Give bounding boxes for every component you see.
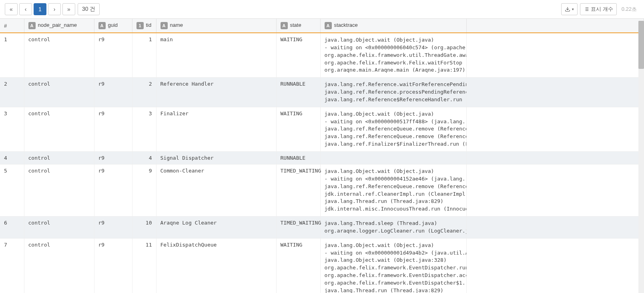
download-icon xyxy=(565,6,570,12)
cell-node-pair-name: control xyxy=(24,151,94,164)
type-badge-text-icon: A xyxy=(325,22,332,29)
col-header-empty xyxy=(466,19,644,33)
query-timing: 0.22초 xyxy=(619,6,639,13)
cell-state: WAITING xyxy=(276,238,320,293)
cell-tid: 2 xyxy=(132,78,156,107)
chevron-right-icon: › xyxy=(54,6,56,12)
cell-node-pair-name: control xyxy=(24,238,94,293)
cell-name: Signal Dispatcher xyxy=(156,151,276,164)
cell-idx: 7 xyxy=(0,238,24,293)
cell-stacktrace: java.lang.Object.wait (Object.java) - wa… xyxy=(320,33,466,78)
cell-state: WAITING xyxy=(276,33,320,78)
cell-tid: 11 xyxy=(132,238,156,293)
cell-idx: 1 xyxy=(0,33,24,78)
col-header-tid[interactable]: 1tid xyxy=(132,19,156,33)
col-header-name[interactable]: Aname xyxy=(156,19,276,33)
cell-empty xyxy=(466,107,644,151)
type-badge-number-icon: 1 xyxy=(136,22,144,29)
cell-empty xyxy=(466,238,644,293)
cell-stacktrace: java.lang.ref.Reference.waitForReference… xyxy=(320,78,466,107)
cell-stacktrace: java.lang.Thread.sleep (Thread.java) org… xyxy=(320,217,466,239)
table-row[interactable]: 3controlr93FinalizerWAITINGjava.lang.Obj… xyxy=(0,107,644,151)
cell-tid: 3 xyxy=(132,107,156,151)
cell-idx: 2 xyxy=(0,78,24,107)
caret-down-icon: ▾ xyxy=(572,7,574,11)
cell-name: main xyxy=(156,33,276,78)
type-badge-text-icon: A xyxy=(98,22,106,29)
table-row[interactable]: 2controlr92Reference HandlerRUNNABLEjava… xyxy=(0,78,644,107)
cell-stacktrace: java.lang.Object.wait (Object.java) - wa… xyxy=(320,238,466,293)
col-header-guid[interactable]: Aguid xyxy=(94,19,132,33)
cell-empty xyxy=(466,78,644,107)
chevron-left-icon: ‹ xyxy=(25,6,27,12)
cell-guid: r9 xyxy=(94,238,132,293)
download-button[interactable]: ▾ xyxy=(561,3,578,15)
chevrons-right-icon: » xyxy=(67,6,70,12)
cell-idx: 5 xyxy=(0,164,24,216)
cell-state: TIMED_WAITING xyxy=(276,164,320,216)
cell-stacktrace: java.lang.Object.wait (Object.java) - wa… xyxy=(320,107,466,151)
cell-idx: 4 xyxy=(0,151,24,164)
cell-idx: 3 xyxy=(0,107,24,151)
display-count-button[interactable]: 표시 개수 xyxy=(580,3,617,15)
chevrons-left-icon: « xyxy=(10,6,13,12)
list-icon xyxy=(584,6,589,12)
col-header-stacktrace[interactable]: Astacktrace xyxy=(320,19,466,33)
cell-stacktrace xyxy=(320,151,466,164)
col-label: guid xyxy=(108,22,118,28)
display-count-label: 표시 개수 xyxy=(591,6,613,13)
table-row[interactable]: 6controlr910Araqne Log CleanerTIMED_WAIT… xyxy=(0,217,644,239)
table-row[interactable]: 5controlr99Common-CleanerTIMED_WAITINGja… xyxy=(0,164,644,216)
cell-guid: r9 xyxy=(94,217,132,239)
cell-tid: 1 xyxy=(132,33,156,78)
cell-guid: r9 xyxy=(94,164,132,216)
cell-state: RUNNABLE xyxy=(276,78,320,107)
col-header-idx[interactable]: # xyxy=(0,19,24,33)
pager-next-button[interactable]: › xyxy=(48,3,61,15)
cell-node-pair-name: control xyxy=(24,107,94,151)
col-label: state xyxy=(290,22,301,28)
cell-node-pair-name: control xyxy=(24,33,94,78)
cell-name: Finalizer xyxy=(156,107,276,151)
cell-name: FelixDispatchQueue xyxy=(156,238,276,293)
cell-tid: 9 xyxy=(132,164,156,216)
row-count-badge: 30 건 xyxy=(78,3,100,15)
toolbar-right: ▾ 표시 개수 0.22초 xyxy=(561,3,639,15)
pager: « ‹ 1 › » xyxy=(5,3,75,15)
vertical-scrollbar[interactable] xyxy=(638,21,644,293)
cell-state: WAITING xyxy=(276,107,320,151)
pager-page-1-button[interactable]: 1 xyxy=(34,3,46,15)
cell-node-pair-name: control xyxy=(24,78,94,107)
col-header-node-pair-name[interactable]: Anode_pair_name xyxy=(24,19,94,33)
table-row[interactable]: 7controlr911FelixDispatchQueueWAITINGjav… xyxy=(0,238,644,293)
type-badge-text-icon: A xyxy=(28,22,36,29)
cell-tid: 4 xyxy=(132,151,156,164)
table-row[interactable]: 4controlr94Signal DispatcherRUNNABLE xyxy=(0,151,644,164)
pager-prev-button[interactable]: ‹ xyxy=(19,3,32,15)
pager-last-button[interactable]: » xyxy=(62,3,75,15)
cell-empty xyxy=(466,164,644,216)
cell-node-pair-name: control xyxy=(24,164,94,216)
cell-state: TIMED_WAITING xyxy=(276,217,320,239)
cell-node-pair-name: control xyxy=(24,217,94,239)
col-label: node_pair_name xyxy=(38,22,77,28)
type-badge-text-icon: A xyxy=(160,22,168,29)
table-body: 1controlr91mainWAITINGjava.lang.Object.w… xyxy=(0,33,644,293)
pager-first-button[interactable]: « xyxy=(5,3,18,15)
table-row[interactable]: 1controlr91mainWAITINGjava.lang.Object.w… xyxy=(0,33,644,78)
cell-name: Reference Handler xyxy=(156,78,276,107)
cell-guid: r9 xyxy=(94,33,132,78)
cell-name: Araqne Log Cleaner xyxy=(156,217,276,239)
cell-guid: r9 xyxy=(94,78,132,107)
results-table-wrap: # Anode_pair_name Aguid 1tid Aname Astat… xyxy=(0,18,644,293)
scrollbar-thumb[interactable] xyxy=(638,21,644,69)
cell-tid: 10 xyxy=(132,217,156,239)
col-header-state[interactable]: Astate xyxy=(276,19,320,33)
cell-state: RUNNABLE xyxy=(276,151,320,164)
cell-empty xyxy=(466,151,644,164)
cell-name: Common-Cleaner xyxy=(156,164,276,216)
cell-stacktrace: java.lang.Object.wait (Object.java) - wa… xyxy=(320,164,466,216)
toolbar: « ‹ 1 › » 30 건 ▾ 표시 개수 0.22초 xyxy=(0,0,644,18)
cell-empty xyxy=(466,217,644,239)
table-header-row: # Anode_pair_name Aguid 1tid Aname Astat… xyxy=(0,19,644,33)
